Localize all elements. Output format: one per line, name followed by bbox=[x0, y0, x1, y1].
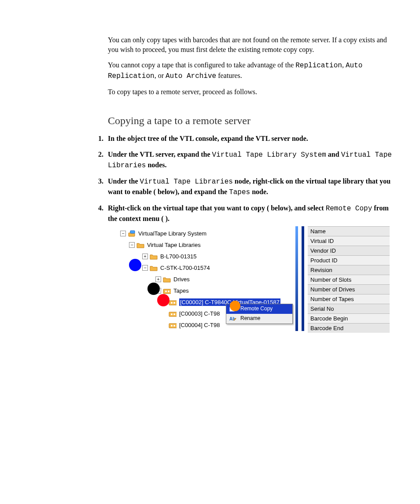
prop-row-number-of-drives: Number of Drives bbox=[308, 284, 390, 294]
prop-row-revision: Revision bbox=[308, 265, 390, 275]
tree-node-library-1[interactable]: + B-L700-01315 bbox=[142, 251, 196, 262]
tree-node-library-2[interactable]: − C-STK-L700-01574 bbox=[142, 262, 210, 274]
svg-rect-11 bbox=[169, 324, 177, 328]
menu-item-rename[interactable]: Ab Rename bbox=[226, 314, 292, 324]
menu-label: Rename bbox=[240, 315, 260, 322]
folder-icon bbox=[163, 276, 171, 283]
tree-label: Drives bbox=[173, 276, 190, 283]
expand-icon[interactable]: + bbox=[155, 276, 161, 282]
tape-icon bbox=[169, 310, 177, 317]
tree-label: Tapes bbox=[173, 287, 189, 295]
mono-text: Remote Copy bbox=[326, 205, 372, 213]
marker-blue bbox=[129, 259, 141, 271]
paragraph-intro-1: You can only copy tapes with barcodes th… bbox=[108, 35, 394, 54]
tree-node-drives[interactable]: + Drives bbox=[155, 274, 190, 285]
tree-node-vtl-system[interactable]: − VirtualTape Library System bbox=[120, 228, 206, 239]
tree-label: [C00003] C-T98 bbox=[179, 310, 220, 318]
prop-row-virtual-id: Virtual ID bbox=[308, 236, 390, 246]
collapse-icon[interactable]: − bbox=[120, 231, 126, 236]
svg-point-9 bbox=[171, 313, 173, 315]
step-4-text: Right-click on the virtual tape that you… bbox=[108, 204, 326, 212]
tree-label: B-L700-01315 bbox=[160, 253, 196, 261]
prop-row-product-id: Product ID bbox=[308, 255, 390, 265]
tape-folder-icon bbox=[163, 287, 171, 294]
properties-panel: Name Virtual ID Vendor ID Product ID Rev… bbox=[308, 226, 390, 331]
step-3-text: node. bbox=[250, 188, 268, 195]
step-2-text: nodes. bbox=[146, 161, 166, 169]
expand-icon[interactable]: + bbox=[142, 254, 148, 259]
step-2-text: Under the VTL server, expand the bbox=[108, 151, 212, 158]
system-icon bbox=[128, 230, 136, 237]
mono-text: Tapes bbox=[229, 188, 250, 196]
library-icon bbox=[150, 265, 158, 272]
tree-node-tape-2[interactable]: [C00003] C-T98 bbox=[169, 308, 220, 320]
prop-row-number-of-tapes: Number of Tapes bbox=[308, 294, 390, 304]
svg-text:Ab: Ab bbox=[229, 316, 235, 321]
svg-rect-2 bbox=[163, 289, 171, 294]
tree-label: Virtual Tape Libraries bbox=[147, 241, 201, 249]
splitter-bar[interactable] bbox=[302, 226, 304, 331]
tree-node-tape-3[interactable]: [C00004] C-T98 bbox=[169, 320, 220, 331]
collapse-icon[interactable]: − bbox=[129, 242, 135, 248]
tree-label: VirtualTape Library System bbox=[138, 230, 206, 238]
prop-row-vendor-id: Vendor ID bbox=[308, 246, 390, 255]
tape-icon bbox=[169, 322, 177, 329]
tree-node-vtl-libraries[interactable]: − Virtual Tape Libraries bbox=[129, 239, 201, 251]
screenshot-figure: − VirtualTape Library System − bbox=[108, 226, 399, 331]
library-icon bbox=[150, 253, 158, 260]
prop-row-number-of-slots: Number of Slots bbox=[308, 275, 390, 284]
text: , or bbox=[155, 72, 166, 79]
prop-row-barcode-begin: Barcode Begin bbox=[308, 313, 390, 323]
splitter-bar[interactable] bbox=[295, 226, 298, 331]
step-3-text: Under the bbox=[108, 177, 140, 185]
prop-row-barcode-end: Barcode End bbox=[308, 323, 390, 333]
svg-point-6 bbox=[171, 302, 173, 304]
marker-red bbox=[157, 294, 169, 306]
step-1-text: In the object tree of the VTL console, e… bbox=[108, 135, 308, 142]
marker-orange bbox=[230, 301, 240, 311]
svg-point-7 bbox=[173, 302, 175, 304]
prop-row-serial-no: Serial No bbox=[308, 304, 390, 313]
text: You cannot copy a tape that is configure… bbox=[108, 61, 295, 69]
svg-rect-8 bbox=[169, 312, 177, 316]
section-heading: Copying a tape to a remote server bbox=[108, 114, 394, 128]
text: , bbox=[342, 61, 346, 69]
svg-point-3 bbox=[165, 291, 167, 292]
svg-point-12 bbox=[171, 325, 173, 327]
mono-text: Virtual Tape Library System bbox=[212, 151, 326, 159]
text: features. bbox=[216, 72, 242, 79]
svg-rect-1 bbox=[130, 231, 135, 233]
svg-point-4 bbox=[168, 291, 169, 292]
mono-text: Auto Archive bbox=[166, 72, 216, 80]
tree-label: C-STK-L700-01574 bbox=[160, 264, 210, 272]
mono-text: Replication bbox=[295, 62, 342, 70]
svg-point-13 bbox=[173, 325, 175, 327]
prop-row-name: Name bbox=[308, 226, 390, 236]
svg-point-10 bbox=[173, 313, 175, 315]
step-2-text: and bbox=[326, 151, 341, 158]
folder-icon bbox=[136, 242, 144, 249]
collapse-icon[interactable]: − bbox=[142, 265, 148, 271]
rename-icon: Ab bbox=[229, 315, 237, 322]
paragraph-intro-2: You cannot copy a tape that is configure… bbox=[108, 60, 394, 81]
mono-text: Virtual Tape Libraries bbox=[140, 178, 233, 186]
paragraph-intro-3: To copy tapes to a remote server, procee… bbox=[108, 87, 394, 97]
marker-black bbox=[147, 283, 160, 295]
context-menu: Remote Copy Ab Rename bbox=[226, 304, 293, 324]
tape-icon bbox=[169, 299, 177, 306]
menu-label: Remote Copy bbox=[240, 305, 273, 312]
svg-rect-5 bbox=[169, 301, 177, 305]
tree-label: [C00004] C-T98 bbox=[179, 321, 220, 329]
